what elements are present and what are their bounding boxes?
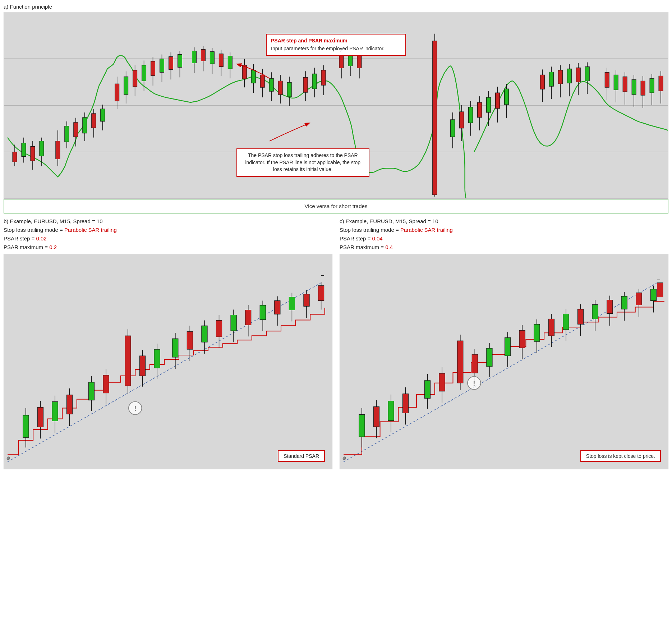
svg-rect-133	[139, 356, 145, 376]
svg-rect-91	[540, 75, 544, 89]
svg-rect-105	[614, 75, 618, 90]
section-c-label: c) Example, EURUSD, M15, Spread = 10 Sto…	[340, 217, 668, 252]
svg-rect-11	[40, 141, 44, 156]
svg-rect-111	[641, 81, 645, 95]
svg-rect-129	[103, 375, 109, 393]
svg-rect-7	[22, 143, 26, 157]
chart-c-svg: !	[340, 254, 668, 469]
svg-point-206	[343, 457, 346, 460]
svg-rect-119	[23, 415, 29, 438]
svg-rect-131	[125, 336, 131, 386]
vice-versa-bar: Vice versa for short trades	[4, 199, 668, 213]
svg-rect-139	[187, 331, 193, 349]
svg-rect-199	[621, 296, 627, 309]
svg-rect-121	[37, 408, 43, 427]
svg-rect-13	[56, 141, 60, 159]
section-b-line1: b) Example, EURUSD, M15, Spread = 10	[4, 217, 332, 226]
svg-rect-93	[549, 72, 553, 86]
svg-rect-51	[242, 65, 247, 79]
svg-rect-15	[65, 126, 69, 142]
svg-text:!: !	[473, 380, 475, 387]
section-a-title: a) Function principle	[4, 4, 668, 10]
svg-rect-81	[469, 107, 473, 123]
svg-rect-157	[318, 286, 324, 301]
svg-rect-83	[478, 102, 482, 118]
svg-rect-63	[303, 77, 308, 92]
svg-rect-25	[115, 84, 119, 101]
svg-rect-17	[74, 123, 78, 137]
chart-c-area: ! Stop loss is kept close to price.	[340, 254, 668, 469]
svg-rect-55	[260, 75, 264, 87]
svg-rect-203	[650, 289, 656, 301]
svg-rect-35	[160, 59, 164, 73]
section-bc-container: b) Example, EURUSD, M15, Spread = 10 Sto…	[4, 217, 668, 469]
svg-rect-187	[534, 324, 540, 341]
svg-rect-171	[402, 394, 408, 413]
section-c-line3: PSAR step = 0.04	[340, 234, 668, 243]
svg-rect-89	[504, 89, 508, 105]
svg-rect-33	[151, 61, 155, 75]
chart-c-label: Stop loss is kept close to price.	[580, 450, 661, 462]
svg-rect-137	[172, 339, 178, 357]
section-c: c) Example, EURUSD, M15, Spread = 10 Sto…	[340, 217, 668, 469]
svg-rect-45	[210, 52, 214, 64]
svg-rect-175	[439, 373, 445, 391]
svg-rect-145	[231, 315, 236, 331]
svg-rect-47	[219, 54, 223, 67]
svg-rect-49	[228, 56, 232, 69]
svg-rect-69	[339, 55, 344, 68]
svg-rect-141	[202, 326, 207, 342]
section-c-line4: PSAR maximum = 0.4	[340, 243, 668, 252]
chart-area-a: PSAR step and PSAR maximum Input paramet…	[4, 12, 668, 199]
svg-rect-165	[359, 415, 365, 437]
svg-rect-147	[245, 310, 251, 325]
svg-rect-31	[142, 65, 146, 81]
svg-rect-21	[92, 114, 96, 128]
svg-rect-135	[154, 349, 160, 368]
annotation-box-psar-params: PSAR step and PSAR maximum Input paramet…	[266, 34, 406, 56]
svg-rect-195	[592, 305, 598, 319]
svg-rect-127	[88, 382, 94, 400]
svg-rect-116	[4, 254, 332, 469]
svg-rect-115	[659, 76, 663, 91]
svg-rect-179	[472, 354, 478, 373]
chart-b-area: ! Standard PSAR	[4, 254, 332, 469]
svg-rect-191	[563, 314, 569, 330]
section-c-line2: Stop loss trailing mode = Parabolic SAR …	[340, 226, 668, 234]
svg-rect-67	[321, 70, 326, 85]
svg-rect-99	[576, 68, 580, 82]
svg-rect-101	[585, 66, 589, 81]
svg-rect-177	[457, 341, 463, 383]
svg-rect-97	[567, 69, 571, 83]
svg-rect-39	[178, 55, 182, 68]
svg-rect-107	[623, 77, 627, 92]
section-b-line3: PSAR step = 0.02	[4, 234, 332, 243]
svg-rect-5	[13, 152, 17, 162]
svg-rect-173	[424, 381, 430, 399]
svg-rect-57	[269, 78, 273, 91]
svg-rect-143	[216, 320, 222, 337]
svg-rect-9	[31, 147, 35, 161]
svg-rect-155	[304, 294, 309, 307]
svg-rect-149	[260, 305, 266, 320]
svg-rect-41	[192, 51, 196, 63]
svg-rect-73	[357, 55, 362, 68]
section-b-line4: PSAR maximum = 0.2	[4, 243, 332, 252]
svg-rect-53	[251, 70, 256, 83]
chart-b-svg: !	[4, 254, 332, 469]
section-c-line1: c) Example, EURUSD, M15, Spread = 10	[340, 217, 668, 226]
svg-rect-113	[650, 78, 654, 93]
svg-rect-151	[275, 301, 280, 314]
svg-rect-87	[496, 93, 500, 109]
svg-rect-59	[278, 81, 282, 95]
svg-rect-183	[505, 337, 511, 356]
svg-rect-29	[133, 70, 137, 87]
section-b-label: b) Example, EURUSD, M15, Spread = 10 Sto…	[4, 217, 332, 252]
svg-rect-19	[83, 118, 87, 133]
svg-rect-201	[636, 293, 642, 305]
svg-rect-181	[487, 348, 492, 367]
section-b-line2: Stop loss trailing mode = Parabolic SAR …	[4, 226, 332, 234]
annotation-body-1: Input parameters for the employed PSAR i…	[271, 46, 385, 51]
main-container: a) Function principle	[0, 0, 672, 477]
svg-rect-37	[169, 57, 173, 70]
